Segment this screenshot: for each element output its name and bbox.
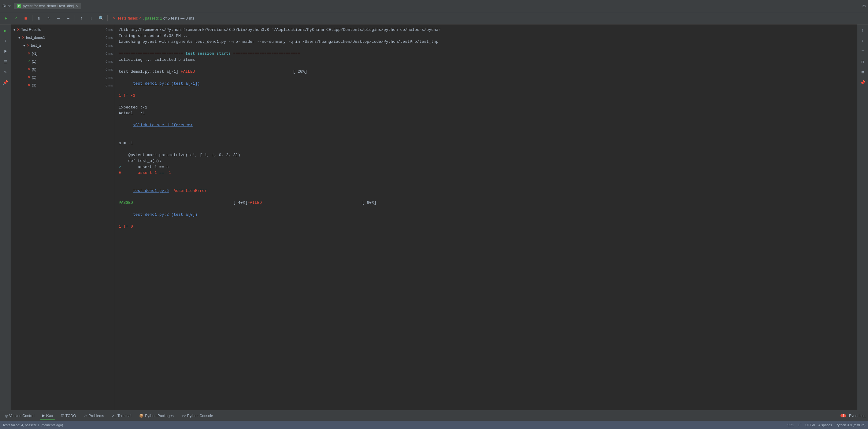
out-line-1: /Library/Frameworks/Python.framework/Ver… bbox=[119, 27, 853, 33]
run-all-button[interactable]: ✓ bbox=[11, 14, 20, 23]
tab-python-console[interactable]: >> Python Console bbox=[179, 412, 216, 419]
right-icon-down[interactable]: ↓ bbox=[859, 37, 867, 45]
status-bar-right: 92:1 LF UTF-8 4 spaces Python 3.8 (testP… bbox=[787, 423, 866, 427]
event-log-label[interactable]: Event Log bbox=[849, 414, 866, 418]
passed-separator: , bbox=[143, 16, 145, 21]
arrow-test-a: ▼ bbox=[23, 44, 26, 47]
left-icon-pin[interactable]: 📌 bbox=[1, 78, 10, 87]
tree-row-param-0[interactable]: ✕ (0) 0 ms bbox=[26, 65, 115, 73]
time-param-0: 0 ms bbox=[105, 68, 113, 71]
right-sidebar-icons: ↑ ↓ ≡ ⊡ ⊞ 📌 bbox=[857, 25, 868, 410]
rerun-failed-button[interactable]: ▶ bbox=[2, 14, 10, 23]
tree-row-param-2[interactable]: ✕ (2) 0 ms bbox=[26, 73, 115, 81]
status-bar: Tests failed: 4, passed: 1 (moments ago)… bbox=[0, 421, 868, 429]
tab-problems[interactable]: ⚠ Problems bbox=[82, 412, 107, 419]
top-bar: Run: P pytest for test_demo1.test_dkej ✕… bbox=[0, 0, 868, 12]
fail-icon-test-a: ✕ bbox=[27, 43, 30, 48]
test-panel: ▼ ✕ Test Results 0 ms ▼ ✕ test_demo1 0 m… bbox=[11, 25, 115, 410]
out-line-2: Testing started at 6:38 PM ... bbox=[119, 33, 853, 39]
line-separator[interactable]: LF bbox=[798, 423, 802, 427]
left-icon-download[interactable]: ↓ bbox=[1, 37, 10, 45]
encoding[interactable]: UTF-8 bbox=[805, 423, 815, 427]
tree-row-test-a[interactable]: ▼ ✕ test_a 0 ms bbox=[21, 41, 115, 50]
out-assertion-label: : AssertionError bbox=[169, 189, 207, 193]
version-control-icon: ◎ bbox=[5, 414, 8, 418]
right-icon-pin[interactable]: 📌 bbox=[859, 78, 867, 87]
run-tab-label: Run bbox=[46, 414, 53, 418]
status-message: Tests failed: 4, passed: 1 (moments ago) bbox=[2, 423, 63, 427]
out-line-expected: Expected :-1 bbox=[119, 104, 853, 110]
right-icon-expand[interactable]: ⊞ bbox=[859, 68, 867, 76]
tab-run[interactable]: ▶ Run bbox=[40, 412, 55, 420]
status-text: Tests failed: 4 , passed: 1 of 5 tests —… bbox=[117, 16, 194, 21]
stop-button[interactable]: ◼ bbox=[22, 14, 30, 23]
toolbar: ▶ ✓ ◼ ⇅ ⇅ ⇤ ⇥ ↑ ↓ 🔍 ✕ Tests failed: 4 , … bbox=[0, 12, 868, 25]
tab-terminal[interactable]: >_ Terminal bbox=[110, 412, 134, 419]
event-log-badge: 2 bbox=[840, 414, 846, 418]
terminal-icon: >_ bbox=[112, 414, 116, 418]
label-param-2: (2) bbox=[32, 75, 36, 79]
tree-row-param-3[interactable]: ✕ (3) 0 ms bbox=[26, 81, 115, 89]
label-test-a: test_a bbox=[31, 43, 41, 48]
out-line-parametrize: @pytest.mark.parametrize('a', [-1, 1, 0,… bbox=[119, 152, 853, 158]
out-line-session: =========================== test session… bbox=[119, 51, 853, 57]
collapse-all-button[interactable]: ⇤ bbox=[54, 14, 63, 23]
out-line-actual: Actual :1 bbox=[119, 110, 853, 117]
tab-todo[interactable]: ☑ TODO bbox=[58, 412, 78, 419]
sort-alpha-asc-button[interactable]: ⇅ bbox=[35, 14, 43, 23]
out-line-assert-error: E assert 1 == -1 bbox=[119, 170, 853, 176]
out-line-passed-failed: PASSED [ 40%]FAILED [ 60%] bbox=[119, 200, 853, 206]
separator-1 bbox=[32, 15, 32, 22]
failed-label: Tests failed: bbox=[117, 16, 139, 21]
tree-row-param-1[interactable]: ✓ (1) 0 ms bbox=[26, 58, 115, 65]
time-param-3: 0 ms bbox=[105, 84, 113, 87]
out-line-assertion-error-link[interactable]: test_demo1.py:5: AssertionError bbox=[119, 182, 853, 200]
find-button[interactable]: 🔍 bbox=[97, 14, 105, 23]
out-line-ne-0: 1 != 0 bbox=[119, 224, 853, 230]
out-line-def: def test_a(a): bbox=[119, 158, 853, 164]
python-version-label: Python 3.8 (testPro) bbox=[836, 423, 866, 427]
next-fail-button[interactable]: ↓ bbox=[87, 14, 95, 23]
out-line-link1[interactable]: test_demo1.py:2 (test_a[-1]) bbox=[119, 74, 853, 93]
expand-all-button[interactable]: ⇥ bbox=[64, 14, 72, 23]
arrow-demo1: ▼ bbox=[18, 36, 21, 39]
tab-version-control[interactable]: ◎ Version Control bbox=[2, 412, 37, 419]
fail-icon-2: ✕ bbox=[28, 75, 31, 79]
tree-row-test-demo1[interactable]: ▼ ✕ test_demo1 0 ms bbox=[16, 34, 115, 41]
right-icon-up[interactable]: ↑ bbox=[859, 26, 867, 35]
tree-row-param-neg1[interactable]: ✕ (-1) 0 ms bbox=[26, 50, 115, 58]
left-icon-flag[interactable]: ⚑ bbox=[1, 47, 10, 56]
right-icon-grid[interactable]: ⊡ bbox=[859, 58, 867, 66]
left-icon-run[interactable]: ▶ bbox=[1, 26, 10, 35]
time-param-neg1: 0 ms bbox=[105, 52, 113, 55]
out-line-ne-neg1: 1 != -1 bbox=[119, 93, 853, 99]
tree-row-root[interactable]: ▼ ✕ Test Results 0 ms bbox=[11, 26, 115, 34]
fail-icon-demo1: ✕ bbox=[22, 35, 25, 40]
cursor-position[interactable]: 92:1 bbox=[787, 423, 794, 427]
tab-python-packages[interactable]: 📦 Python Packages bbox=[137, 412, 176, 419]
out-line-test1-status: test_demo1.py::test_a[-1] FAILED [ 20%] bbox=[119, 69, 853, 75]
indent[interactable]: 4 spaces bbox=[818, 423, 832, 427]
link-assertion-error[interactable]: test_demo1.py:5 bbox=[133, 189, 169, 193]
todo-label: TODO bbox=[65, 414, 76, 418]
separator-3 bbox=[107, 15, 108, 22]
prev-fail-button[interactable]: ↑ bbox=[77, 14, 86, 23]
right-icon-menu[interactable]: ≡ bbox=[859, 47, 867, 56]
close-icon[interactable]: ✕ bbox=[75, 4, 78, 8]
out-line-link2[interactable]: test_demo1.py:2 (test_a[0]) bbox=[119, 206, 853, 224]
left-icon-list[interactable]: ☰ bbox=[1, 58, 10, 66]
run-tab[interactable]: P pytest for test_demo1.test_dkej ✕ bbox=[14, 3, 81, 9]
settings-icon[interactable]: ⚙ bbox=[863, 3, 866, 9]
left-icon-edit[interactable]: ✎ bbox=[1, 68, 10, 76]
link-see-diff[interactable]: <Click to see difference> bbox=[133, 123, 193, 127]
output-panel: /Library/Frameworks/Python.framework/Ver… bbox=[115, 25, 857, 410]
fail-icon-root: ✕ bbox=[17, 28, 20, 32]
fail-icon-neg1: ✕ bbox=[28, 51, 31, 56]
link-test-demo1-2-neg1[interactable]: test_demo1.py:2 (test_a[-1]) bbox=[133, 81, 200, 86]
link-test-demo1-2-0[interactable]: test_demo1.py:2 (test_a[0]) bbox=[133, 212, 197, 217]
python-packages-label: Python Packages bbox=[145, 414, 174, 418]
sort-alpha-desc-button[interactable]: ⇅ bbox=[44, 14, 53, 23]
label-demo1: test_demo1 bbox=[26, 35, 45, 40]
out-line-a-val: a = -1 bbox=[119, 140, 853, 146]
out-line-click-diff[interactable]: <Click to see difference> bbox=[119, 117, 853, 134]
